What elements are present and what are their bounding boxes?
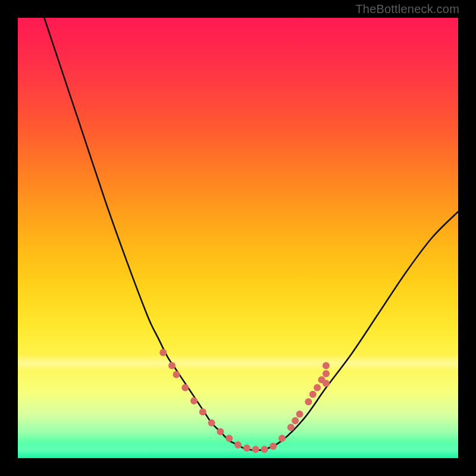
curve-marker (270, 443, 277, 450)
curve-marker (190, 397, 198, 405)
curve-marker (314, 384, 321, 392)
curve-marker (305, 398, 312, 405)
curve-marker (261, 446, 268, 453)
watermark-text: TheBottleneck.com (355, 2, 459, 16)
curve-markers (159, 349, 330, 453)
curve-marker (322, 370, 330, 377)
curve-marker (322, 362, 330, 369)
curve-marker (287, 424, 295, 431)
curve-marker (181, 384, 189, 392)
curve-marker (208, 419, 215, 427)
curve-marker (278, 435, 286, 442)
curve-marker (252, 446, 259, 453)
curve-marker (168, 362, 176, 369)
chart-svg (18, 18, 458, 458)
curve-marker (159, 349, 167, 356)
curve-marker (173, 371, 180, 378)
curve-marker (217, 428, 224, 436)
curve-marker (243, 444, 250, 452)
chart-frame: TheBottleneck.com (0, 0, 476, 476)
plot-area (18, 18, 458, 458)
curve-marker (199, 408, 206, 415)
curve-marker (292, 417, 299, 424)
curve-marker (309, 391, 317, 398)
curve-marker (234, 441, 242, 449)
bottleneck-curve-path (44, 18, 458, 450)
curve-marker (296, 411, 303, 418)
curve-marker (322, 380, 330, 387)
curve-marker (226, 435, 233, 442)
